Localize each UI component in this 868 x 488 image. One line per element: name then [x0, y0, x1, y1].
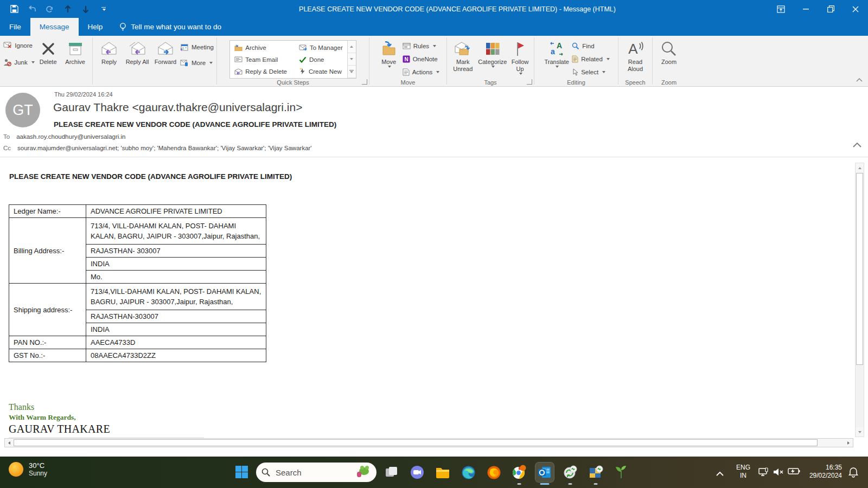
signature-block: Thanks With Warm Regards, GAURAV THAKARE… [9, 402, 204, 438]
quickstep-team-email-icon [234, 56, 242, 62]
actions-icon [403, 68, 410, 76]
tray-expand-button[interactable] [716, 468, 724, 478]
archive-button[interactable]: Archive [62, 39, 89, 66]
edge-button[interactable] [459, 463, 477, 482]
to-row: Toaakash.roy.choudhury@universalagri.in [3, 133, 125, 140]
read-aloud-button[interactable]: A Read Aloud [621, 39, 649, 73]
forward-button[interactable]: Forward [152, 39, 179, 66]
notifications-button[interactable] [848, 467, 858, 480]
tab-file[interactable]: File [0, 18, 30, 36]
find-icon [572, 42, 579, 50]
teams-chat-button[interactable] [408, 463, 426, 482]
quick-steps-overflow[interactable] [348, 66, 356, 78]
language-line1: ENG [733, 464, 753, 472]
actions-button[interactable]: Actions [403, 67, 440, 76]
reply-button[interactable]: Reply [95, 39, 123, 66]
horizontal-scroll-track[interactable] [818, 439, 844, 447]
select-button[interactable]: Select [572, 67, 610, 76]
actions-caret-icon [436, 71, 439, 73]
zoom-button[interactable]: Zoom [655, 39, 682, 66]
junk-button[interactable]: Junk [3, 57, 34, 67]
weather-widget[interactable]: 30°C Sunny [9, 461, 47, 477]
translate-button[interactable]: Aa Translate [542, 39, 571, 68]
quickstep-reply-delete[interactable]: Reply & Delete [234, 67, 287, 76]
quickstep-archive[interactable]: Archive [234, 43, 287, 52]
ribbon-display-options-button[interactable] [768, 0, 793, 18]
save-button[interactable] [9, 4, 20, 15]
forward-label: Forward [155, 59, 176, 66]
quickstep-team-email-label: Team Email [245, 56, 278, 63]
move-button[interactable]: Move [376, 39, 401, 68]
scroll-right-button[interactable] [844, 439, 853, 447]
onenote-button[interactable]: N OneNote [403, 54, 440, 63]
scroll-left-button[interactable] [5, 439, 14, 447]
reply-all-button[interactable]: Reply All [124, 39, 151, 66]
file-explorer-button[interactable] [433, 463, 452, 482]
outlook-button[interactable] [535, 463, 554, 482]
sun-icon [9, 462, 23, 477]
right-triangle-icon [847, 441, 850, 445]
find-button[interactable]: Find [572, 41, 610, 50]
horizontal-scroll-thumb[interactable] [14, 439, 818, 446]
horizontal-scrollbar[interactable] [4, 438, 853, 447]
tell-me-box[interactable]: Tell me what you want to do [112, 18, 229, 36]
zoom-label: Zoom [661, 59, 676, 66]
rules-label: Rules [413, 43, 429, 49]
ignore-button[interactable]: Ignore [3, 41, 34, 50]
up-triangle-icon [350, 46, 353, 48]
rules-button[interactable]: Rules [403, 41, 440, 50]
scroll-down-button[interactable] [856, 427, 864, 436]
network-button[interactable] [758, 467, 769, 479]
avatar[interactable]: GT [5, 93, 40, 127]
quick-steps-dialog-launcher[interactable] [362, 79, 367, 85]
categorize-button[interactable]: Categorize [478, 39, 508, 68]
scroll-up-button[interactable] [856, 163, 864, 172]
quick-steps-scroll-up[interactable] [348, 41, 356, 53]
vertical-scrollbar[interactable] [855, 163, 864, 437]
mark-unread-button[interactable]: Mark Unread [449, 39, 477, 73]
clock[interactable]: 16:35 29/02/2024 [788, 464, 842, 480]
minimize-button[interactable] [793, 0, 818, 18]
chrome-button[interactable] [510, 463, 528, 482]
quickstep-to-manager[interactable]: To Manager [299, 43, 343, 52]
select-label: Select [581, 69, 598, 75]
restore-button[interactable] [818, 0, 843, 18]
task-view-button[interactable] [382, 463, 401, 482]
language-indicator[interactable]: ENG IN [733, 464, 753, 480]
start-button[interactable] [235, 466, 248, 478]
weather-temp: 30°C [29, 461, 47, 470]
quickstep-create-new[interactable]: Create New [299, 67, 343, 76]
undo-button[interactable] [27, 4, 37, 15]
follow-up-button[interactable]: Follow Up [508, 39, 532, 75]
related-button[interactable]: Related [572, 54, 610, 63]
plant-app-button[interactable] [612, 463, 630, 482]
volume-muted-button[interactable] [773, 467, 784, 479]
vertical-scroll-track[interactable] [856, 365, 864, 427]
collapse-header-button[interactable] [853, 140, 861, 150]
collapse-ribbon-button[interactable] [856, 74, 863, 84]
tab-message[interactable]: Message [30, 18, 79, 36]
firefox-button[interactable] [484, 463, 503, 482]
move-label: Move [381, 59, 396, 66]
more-respond-button[interactable]: More [180, 58, 214, 67]
previous-item-button[interactable] [62, 4, 73, 15]
redo-button[interactable] [44, 4, 55, 15]
search-box[interactable]: Search [256, 463, 376, 482]
customize-qat-button[interactable] [98, 4, 109, 15]
sync-app-button[interactable] [561, 463, 579, 482]
quick-steps-scroll-down[interactable] [348, 53, 356, 66]
delete-button[interactable]: Delete [36, 39, 61, 66]
grid-app-button[interactable] [586, 463, 605, 482]
tab-help[interactable]: Help [79, 18, 112, 36]
meeting-button[interactable]: Meeting [180, 42, 214, 52]
next-item-button[interactable] [80, 4, 91, 15]
tags-dialog-launcher[interactable] [527, 79, 532, 85]
gst-value-cell: 08AAECA4733D2ZZ [86, 349, 266, 362]
quickstep-done[interactable]: Done [299, 55, 343, 64]
running-indicator [518, 483, 521, 485]
move-group-label: Move [369, 79, 446, 86]
close-button[interactable] [843, 0, 868, 18]
quickstep-team-email[interactable]: Team Email [234, 55, 287, 64]
vertical-scroll-thumb[interactable] [856, 173, 863, 365]
categorize-label: Categorize [478, 59, 507, 66]
